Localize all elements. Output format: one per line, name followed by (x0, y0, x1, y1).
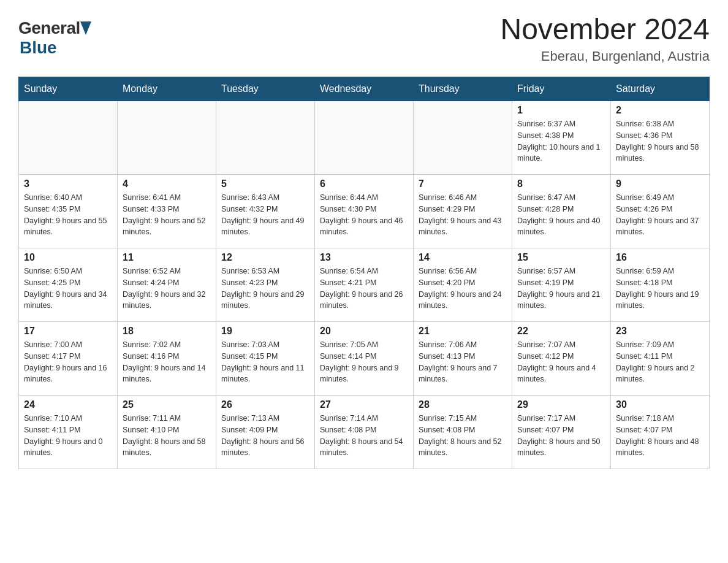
main-title: November 2024 (500, 12, 710, 46)
calendar-header-monday: Monday (118, 77, 216, 101)
calendar-cell: 15Sunrise: 6:57 AM Sunset: 4:19 PM Dayli… (512, 248, 611, 322)
week-row-2: 3Sunrise: 6:40 AM Sunset: 4:35 PM Daylig… (19, 175, 710, 248)
calendar-cell: 23Sunrise: 7:09 AM Sunset: 4:11 PM Dayli… (611, 322, 710, 396)
day-info: Sunrise: 6:37 AM Sunset: 4:38 PM Dayligh… (517, 118, 605, 164)
calendar-cell: 27Sunrise: 7:14 AM Sunset: 4:08 PM Dayli… (315, 396, 414, 469)
day-number: 26 (221, 399, 309, 410)
day-info: Sunrise: 6:44 AM Sunset: 4:30 PM Dayligh… (320, 192, 408, 238)
day-number: 11 (123, 252, 211, 263)
day-info: Sunrise: 6:47 AM Sunset: 4:28 PM Dayligh… (517, 192, 605, 238)
day-number: 30 (616, 399, 704, 410)
day-info: Sunrise: 6:53 AM Sunset: 4:23 PM Dayligh… (221, 266, 309, 312)
day-number: 14 (419, 252, 507, 263)
day-info: Sunrise: 7:10 AM Sunset: 4:11 PM Dayligh… (24, 413, 112, 459)
calendar-cell: 3Sunrise: 6:40 AM Sunset: 4:35 PM Daylig… (19, 175, 118, 248)
day-number: 23 (616, 326, 704, 337)
day-number: 3 (24, 178, 112, 190)
day-info: Sunrise: 7:09 AM Sunset: 4:11 PM Dayligh… (616, 339, 704, 385)
calendar-cell: 6Sunrise: 6:44 AM Sunset: 4:30 PM Daylig… (315, 175, 414, 248)
day-info: Sunrise: 6:57 AM Sunset: 4:19 PM Dayligh… (517, 266, 605, 312)
day-info: Sunrise: 7:17 AM Sunset: 4:07 PM Dayligh… (517, 413, 605, 459)
day-number: 6 (320, 178, 408, 190)
calendar-cell: 14Sunrise: 6:56 AM Sunset: 4:20 PM Dayli… (414, 248, 512, 322)
calendar-cell: 22Sunrise: 7:07 AM Sunset: 4:12 PM Dayli… (512, 322, 611, 396)
calendar-header-sunday: Sunday (19, 77, 118, 101)
day-info: Sunrise: 6:38 AM Sunset: 4:36 PM Dayligh… (616, 118, 704, 164)
day-info: Sunrise: 7:11 AM Sunset: 4:10 PM Dayligh… (123, 413, 211, 459)
calendar-cell: 26Sunrise: 7:13 AM Sunset: 4:09 PM Dayli… (216, 396, 315, 469)
day-info: Sunrise: 7:14 AM Sunset: 4:08 PM Dayligh… (320, 413, 408, 459)
calendar-cell: 21Sunrise: 7:06 AM Sunset: 4:13 PM Dayli… (414, 322, 512, 396)
week-row-5: 24Sunrise: 7:10 AM Sunset: 4:11 PM Dayli… (19, 396, 710, 469)
calendar-cell: 29Sunrise: 7:17 AM Sunset: 4:07 PM Dayli… (512, 396, 611, 469)
day-number: 27 (320, 399, 408, 410)
calendar-cell: 19Sunrise: 7:03 AM Sunset: 4:15 PM Dayli… (216, 322, 315, 396)
title-area: November 2024 Eberau, Burgenland, Austri… (500, 12, 710, 64)
calendar-cell: 4Sunrise: 6:41 AM Sunset: 4:33 PM Daylig… (118, 175, 216, 248)
day-info: Sunrise: 7:05 AM Sunset: 4:14 PM Dayligh… (320, 339, 408, 385)
calendar-cell: 10Sunrise: 6:50 AM Sunset: 4:25 PM Dayli… (19, 248, 118, 322)
day-info: Sunrise: 6:52 AM Sunset: 4:24 PM Dayligh… (123, 266, 211, 312)
svg-marker-0 (80, 21, 91, 35)
day-number: 21 (419, 326, 507, 337)
calendar-cell (315, 101, 414, 175)
day-number: 12 (221, 252, 309, 263)
week-row-3: 10Sunrise: 6:50 AM Sunset: 4:25 PM Dayli… (19, 248, 710, 322)
logo-general-text: General (18, 18, 80, 38)
subtitle: Eberau, Burgenland, Austria (500, 48, 710, 64)
day-info: Sunrise: 7:03 AM Sunset: 4:15 PM Dayligh… (221, 339, 309, 385)
calendar-cell: 5Sunrise: 6:43 AM Sunset: 4:32 PM Daylig… (216, 175, 315, 248)
calendar-cell (414, 101, 512, 175)
day-number: 10 (24, 252, 112, 263)
calendar-cell (19, 101, 118, 175)
calendar-header-row: SundayMondayTuesdayWednesdayThursdayFrid… (19, 77, 710, 101)
day-number: 9 (616, 178, 704, 190)
day-info: Sunrise: 6:40 AM Sunset: 4:35 PM Dayligh… (24, 192, 112, 238)
calendar-cell: 7Sunrise: 6:46 AM Sunset: 4:29 PM Daylig… (414, 175, 512, 248)
day-number: 5 (221, 178, 309, 190)
day-number: 29 (517, 399, 605, 410)
calendar-cell: 17Sunrise: 7:00 AM Sunset: 4:17 PM Dayli… (19, 322, 118, 396)
calendar-cell: 1Sunrise: 6:37 AM Sunset: 4:38 PM Daylig… (512, 101, 611, 175)
day-info: Sunrise: 7:15 AM Sunset: 4:08 PM Dayligh… (419, 413, 507, 459)
calendar-cell: 9Sunrise: 6:49 AM Sunset: 4:26 PM Daylig… (611, 175, 710, 248)
header: General Blue November 2024 Eberau, Burge… (18, 12, 710, 64)
day-info: Sunrise: 6:56 AM Sunset: 4:20 PM Dayligh… (419, 266, 507, 312)
calendar-cell: 16Sunrise: 6:59 AM Sunset: 4:18 PM Dayli… (611, 248, 710, 322)
day-info: Sunrise: 6:43 AM Sunset: 4:32 PM Dayligh… (221, 192, 309, 238)
calendar-cell (216, 101, 315, 175)
day-info: Sunrise: 6:41 AM Sunset: 4:33 PM Dayligh… (123, 192, 211, 238)
day-number: 16 (616, 252, 704, 263)
calendar-cell: 25Sunrise: 7:11 AM Sunset: 4:10 PM Dayli… (118, 396, 216, 469)
calendar-cell: 8Sunrise: 6:47 AM Sunset: 4:28 PM Daylig… (512, 175, 611, 248)
calendar-header-saturday: Saturday (611, 77, 710, 101)
week-row-1: 1Sunrise: 6:37 AM Sunset: 4:38 PM Daylig… (19, 101, 710, 175)
day-number: 24 (24, 399, 112, 410)
week-row-4: 17Sunrise: 7:00 AM Sunset: 4:17 PM Dayli… (19, 322, 710, 396)
calendar-cell: 20Sunrise: 7:05 AM Sunset: 4:14 PM Dayli… (315, 322, 414, 396)
calendar-header-tuesday: Tuesday (216, 77, 315, 101)
calendar-cell: 11Sunrise: 6:52 AM Sunset: 4:24 PM Dayli… (118, 248, 216, 322)
day-info: Sunrise: 6:50 AM Sunset: 4:25 PM Dayligh… (24, 266, 112, 312)
calendar-cell: 13Sunrise: 6:54 AM Sunset: 4:21 PM Dayli… (315, 248, 414, 322)
logo: General Blue (18, 18, 91, 58)
day-number: 8 (517, 178, 605, 190)
calendar-cell: 18Sunrise: 7:02 AM Sunset: 4:16 PM Dayli… (118, 322, 216, 396)
day-number: 2 (616, 105, 704, 116)
day-number: 15 (517, 252, 605, 263)
logo-blue-text: Blue (20, 38, 57, 57)
calendar-cell: 30Sunrise: 7:18 AM Sunset: 4:07 PM Dayli… (611, 396, 710, 469)
calendar-header-friday: Friday (512, 77, 611, 101)
calendar-cell: 12Sunrise: 6:53 AM Sunset: 4:23 PM Dayli… (216, 248, 315, 322)
calendar-header-wednesday: Wednesday (315, 77, 414, 101)
day-number: 22 (517, 326, 605, 337)
day-number: 13 (320, 252, 408, 263)
day-number: 25 (123, 399, 211, 410)
day-number: 28 (419, 399, 507, 410)
calendar-cell: 24Sunrise: 7:10 AM Sunset: 4:11 PM Dayli… (19, 396, 118, 469)
day-number: 18 (123, 326, 211, 337)
calendar-cell: 28Sunrise: 7:15 AM Sunset: 4:08 PM Dayli… (414, 396, 512, 469)
calendar-cell (118, 101, 216, 175)
calendar-cell: 2Sunrise: 6:38 AM Sunset: 4:36 PM Daylig… (611, 101, 710, 175)
calendar: SundayMondayTuesdayWednesdayThursdayFrid… (18, 77, 710, 469)
